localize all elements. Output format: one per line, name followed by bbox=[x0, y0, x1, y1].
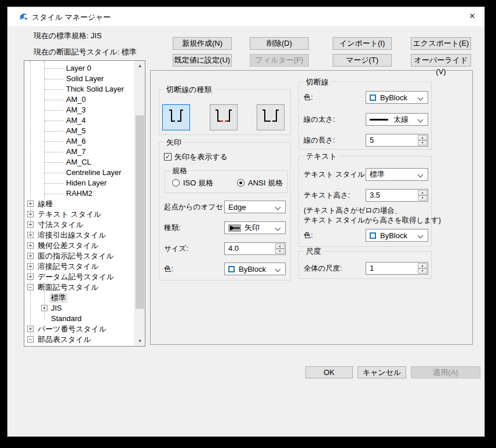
scrollbar-thumb[interactable] bbox=[136, 115, 144, 309]
tree-expand-icon[interactable]: + bbox=[41, 305, 48, 311]
tree-item-label[interactable]: RAHM2 bbox=[64, 188, 94, 199]
tree-item[interactable]: AM_CL bbox=[24, 157, 135, 167]
tree-item[interactable]: Solid Layer bbox=[24, 74, 135, 84]
arrow-size-spinner[interactable]: 4.0 ▲ ▼ bbox=[224, 242, 286, 255]
tree-item-label[interactable]: データム記号スタイル bbox=[36, 272, 116, 282]
tree-item-label[interactable]: AM_4 bbox=[64, 115, 87, 126]
tree-expand-icon[interactable]: + bbox=[27, 253, 34, 259]
line-weight-select[interactable]: 太線 bbox=[366, 113, 428, 126]
tree-item[interactable]: Centreline Layer bbox=[24, 167, 135, 178]
tree-item[interactable]: AM_6 bbox=[24, 136, 135, 147]
tree-item-label[interactable]: 部品表スタイル bbox=[36, 334, 93, 345]
cut-line-type-dashed-button[interactable] bbox=[210, 104, 238, 130]
cut-line-color-select[interactable]: ByBlock bbox=[366, 91, 428, 104]
overall-scale-spinner[interactable]: 1 ▲ ▼ bbox=[366, 262, 428, 275]
tree-expand-icon[interactable]: + bbox=[27, 274, 34, 280]
tree-scrollbar[interactable]: ▲ ▼ bbox=[134, 61, 145, 346]
tree-item-label[interactable]: 線種 bbox=[36, 199, 54, 209]
override-button[interactable]: オーバーライド(V) bbox=[411, 54, 471, 67]
tree-expand-icon[interactable]: + bbox=[27, 221, 34, 228]
spin-down-icon[interactable]: ▼ bbox=[418, 195, 427, 201]
tree-item[interactable]: Layer 0 bbox=[24, 63, 135, 74]
tree-item-label[interactable]: Standard bbox=[49, 314, 83, 324]
tree-item[interactable]: −部品表スタイル bbox=[24, 334, 135, 345]
iso-radio[interactable] bbox=[172, 179, 180, 187]
tree-item-label[interactable]: Centreline Layer bbox=[64, 167, 123, 178]
spin-down-icon[interactable]: ▼ bbox=[275, 249, 285, 254]
tree-expand-icon[interactable]: + bbox=[27, 211, 34, 217]
export-button[interactable]: エクスポート(E) bbox=[411, 37, 471, 50]
tree-item[interactable]: +JIS bbox=[24, 303, 135, 314]
spin-up-icon[interactable]: ▲ bbox=[418, 135, 427, 140]
tree-item-label[interactable]: 幾何公差スタイル bbox=[36, 241, 100, 251]
tree-item[interactable]: +寸法スタイル bbox=[24, 220, 135, 230]
new-button[interactable]: 新規作成(N) bbox=[173, 37, 232, 50]
tree-item-label[interactable]: Thick Solid Layer bbox=[64, 84, 126, 94]
tree-item-label[interactable]: Solid Layer bbox=[64, 74, 105, 84]
set-default-button[interactable]: 既定値に設定(U) bbox=[173, 54, 232, 67]
tree-item-label[interactable]: テキスト スタイル bbox=[36, 209, 103, 220]
delete-button[interactable]: 削除(D) bbox=[250, 37, 309, 50]
close-icon[interactable]: × bbox=[465, 10, 480, 23]
tree-item[interactable]: +溶接記号スタイル bbox=[24, 261, 135, 272]
offset-from-origin-select[interactable]: Edge bbox=[224, 201, 286, 213]
tree-item-label[interactable]: 断面記号スタイル bbox=[36, 282, 100, 293]
tree-item-label[interactable]: Layer 0 bbox=[64, 63, 93, 74]
line-length-spinner[interactable]: 5 ▲ ▼ bbox=[366, 134, 428, 147]
tree-item[interactable]: AM_3 bbox=[24, 105, 135, 115]
show-arrow-checkbox[interactable]: ✓ bbox=[164, 153, 172, 161]
spin-up-icon[interactable]: ▲ bbox=[275, 243, 285, 249]
tree-item-label[interactable]: 溶接引出線スタイル bbox=[36, 230, 108, 241]
tree-expand-icon[interactable]: + bbox=[27, 263, 34, 269]
ok-button[interactable]: OK bbox=[305, 366, 353, 378]
tree-item[interactable]: Standard bbox=[24, 314, 135, 324]
tree-item-label[interactable]: AM_0 bbox=[64, 94, 87, 105]
cut-line-type-ends-only-button[interactable] bbox=[162, 104, 190, 130]
text-style-select[interactable]: 標準 bbox=[366, 168, 428, 181]
ansi-radio[interactable] bbox=[237, 179, 245, 187]
tree-item-label-selected[interactable]: 標準 bbox=[49, 293, 68, 303]
scroll-down-icon[interactable]: ▼ bbox=[135, 336, 145, 346]
tree-item[interactable]: +溶接引出線スタイル bbox=[24, 230, 135, 241]
tree-item[interactable]: +面の指示記号スタイル bbox=[24, 251, 135, 261]
tree-item[interactable]: +幾何公差スタイル bbox=[24, 241, 135, 251]
tree-item[interactable]: Thick Solid Layer bbox=[24, 84, 135, 94]
tree-item[interactable]: +テキスト スタイル bbox=[24, 209, 135, 220]
tree-item-label[interactable]: 寸法スタイル bbox=[36, 220, 85, 230]
tree-item-label[interactable]: AM_3 bbox=[64, 105, 87, 115]
tree-item-label[interactable]: AM_5 bbox=[64, 126, 87, 136]
tree-item-label[interactable]: AM_6 bbox=[64, 136, 87, 147]
tree-expand-icon[interactable]: + bbox=[27, 232, 34, 238]
tree-expand-icon[interactable]: + bbox=[27, 201, 34, 207]
cut-line-type-dashdot-button[interactable] bbox=[257, 104, 285, 130]
tree-collapse-icon[interactable]: − bbox=[27, 284, 34, 290]
tree-item-label[interactable]: JIS bbox=[49, 303, 64, 314]
arrow-color-select[interactable]: ByBlock bbox=[224, 263, 286, 275]
tree-item[interactable]: AM_4 bbox=[24, 115, 135, 126]
tree-item-label[interactable]: 面の指示記号スタイル bbox=[36, 251, 116, 261]
tree-item[interactable]: +データム記号スタイル bbox=[24, 272, 135, 282]
tree-item[interactable]: RAHM2 bbox=[24, 188, 135, 199]
scroll-up-icon[interactable]: ▲ bbox=[135, 61, 145, 71]
tree-item[interactable]: +パーツ番号スタイル bbox=[24, 324, 135, 334]
tree-item-label[interactable]: AM_CL bbox=[64, 157, 93, 167]
tree-item[interactable]: +線種 bbox=[24, 199, 135, 209]
tree-item-label[interactable]: 溶接記号スタイル bbox=[36, 261, 100, 272]
spin-up-icon[interactable]: ▲ bbox=[418, 190, 427, 195]
merge-button[interactable]: マージ(T) bbox=[333, 54, 392, 67]
tree-item[interactable]: Hiden Layer bbox=[24, 178, 135, 188]
spin-down-icon[interactable]: ▼ bbox=[418, 140, 427, 145]
arrow-type-select[interactable]: 矢印 bbox=[224, 221, 286, 234]
cancel-button[interactable]: キャンセル bbox=[358, 366, 406, 378]
tree-item[interactable]: AM_5 bbox=[24, 126, 135, 136]
spin-up-icon[interactable]: ▲ bbox=[418, 263, 427, 268]
tree-item-label[interactable]: Hiden Layer bbox=[64, 178, 108, 188]
text-height-spinner[interactable]: 3.5 ▲ ▼ bbox=[366, 189, 428, 202]
import-button[interactable]: インポート(I) bbox=[333, 37, 392, 50]
tree-expand-icon[interactable]: + bbox=[27, 242, 34, 249]
tree-expand-icon[interactable]: + bbox=[27, 326, 34, 332]
tree-item[interactable]: AM_0 bbox=[24, 94, 135, 105]
tree-collapse-icon[interactable]: − bbox=[27, 336, 34, 343]
tree-item[interactable]: −断面記号スタイル bbox=[24, 282, 135, 293]
text-color-select[interactable]: ByBlock bbox=[366, 229, 428, 242]
